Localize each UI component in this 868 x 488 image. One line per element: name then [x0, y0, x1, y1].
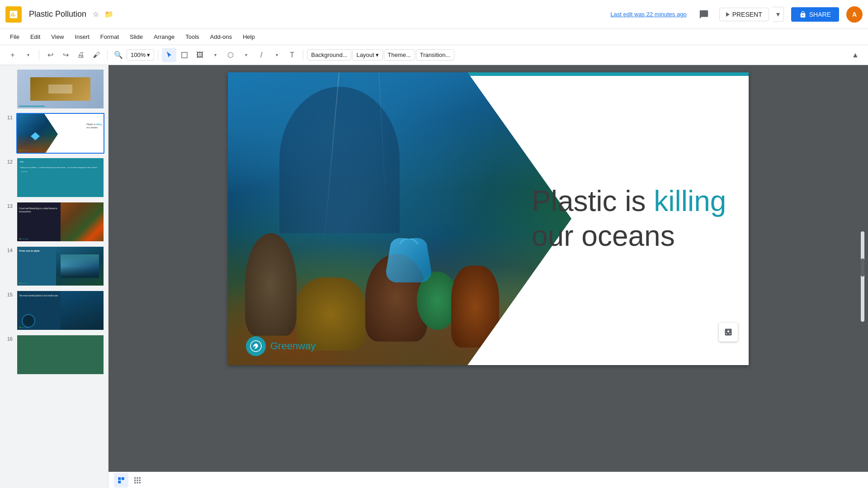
select-tool[interactable] [177, 48, 192, 62]
slide-text-area: Plastic is killing our oceans [532, 184, 731, 253]
zoom-chevron: ▾ [147, 52, 150, 58]
slide-text-part2: our oceans [532, 220, 675, 252]
slide13-text: Coral reef bleaching is a fatal threat t… [19, 207, 61, 213]
present-dropdown[interactable]: ▾ [773, 7, 784, 22]
present-button[interactable]: PRESENT [719, 8, 769, 21]
folder-icon[interactable]: 📁 [104, 10, 113, 19]
slide-text-highlight: killing [654, 185, 726, 217]
add-button[interactable]: + [5, 48, 20, 62]
theme-dropdown[interactable]: Theme... [384, 49, 415, 61]
grid-view-button[interactable] [130, 473, 145, 488]
svg-rect-4 [118, 480, 121, 483]
shape-dropdown[interactable]: ▾ [239, 48, 253, 62]
separator-2 [107, 50, 108, 61]
comment-button[interactable] [696, 6, 712, 23]
slide-item-13[interactable]: 13 Coral reef bleaching is a fatal threa… [4, 202, 104, 242]
zoom-dropdown[interactable]: 100% ▾ [127, 49, 154, 61]
slide-ocean-background [228, 72, 571, 365]
transition-label: Transition... [420, 52, 450, 58]
main-area: 11 Plastic is killingour oceans 🌿 Greenw… [0, 65, 868, 488]
slide-item-15[interactable]: 15 The most harmful plastic is too small… [4, 290, 104, 331]
slide-thumb-16[interactable] [16, 334, 104, 375]
menu-help[interactable]: Help [238, 32, 259, 42]
slide-item-12[interactable]: 12 ❝❝ Today we use plastic – a material … [4, 157, 104, 198]
add-dropdown[interactable]: ▾ [21, 48, 35, 62]
list-view-button[interactable] [114, 473, 128, 488]
menu-tools[interactable]: Tools [181, 32, 203, 42]
svg-rect-9 [137, 479, 138, 481]
share-label: SHARE [809, 11, 831, 18]
shape-tool[interactable]: ⬡ [223, 48, 238, 62]
slide-main-text: Plastic is killing our oceans [532, 184, 731, 253]
undo-button[interactable]: ↩ [43, 48, 57, 62]
transition-dropdown[interactable]: Transition... [416, 49, 454, 61]
menu-edit[interactable]: Edit [26, 32, 45, 42]
redo-button[interactable]: ↪ [58, 48, 73, 62]
slide-canvas[interactable]: Plastic is killing our oceans Greenway [228, 72, 749, 365]
slide-diamond-clip [228, 72, 571, 365]
textbox-tool[interactable]: T [285, 48, 299, 62]
zoom-button[interactable]: 🔍 [111, 48, 126, 62]
menu-file[interactable]: File [5, 32, 24, 42]
slide-item-16[interactable]: 16 [4, 334, 104, 375]
layout-label: Layout [356, 52, 374, 58]
slide-item-11[interactable]: 11 Plastic is killingour oceans 🌿 Greenw… [4, 113, 104, 154]
print-button[interactable]: 🖨 [74, 48, 88, 62]
slide-item-10[interactable] [4, 69, 104, 109]
scroll-bar[interactable] [861, 231, 864, 322]
svg-rect-12 [137, 482, 138, 483]
top-bar: Plastic Pollution ☆ 📁 Last edit was 22 m… [0, 0, 868, 29]
toolbar: + ▾ ↩ ↪ 🖨 🖌 🔍 100% ▾ 🖼 ▾ ⬡ ▾ / ▾ T Backg… [0, 45, 868, 65]
image-tool[interactable]: 🖼 [193, 48, 207, 62]
svg-rect-0 [182, 52, 187, 58]
slide12-quote: ❝❝ [20, 161, 101, 164]
line-dropdown[interactable]: ▾ [269, 48, 284, 62]
menu-slide[interactable]: Slide [125, 32, 147, 42]
slide15-text: The most harmful plastic is too small to… [19, 295, 62, 297]
last-edit-link[interactable]: Last edit was 22 minutes ago [610, 11, 686, 18]
svg-rect-10 [139, 479, 141, 481]
menu-view[interactable]: View [47, 32, 68, 42]
share-button[interactable]: SHARE [791, 7, 839, 22]
doc-title: Plastic Pollution [29, 9, 86, 19]
slide-number-16: 16 [4, 334, 13, 342]
menu-arrange[interactable]: Arrange [149, 32, 179, 42]
layout-dropdown[interactable]: Layout ▾ [352, 49, 382, 61]
svg-rect-8 [134, 479, 136, 481]
slide-thumb-14[interactable]: From sea to plate 🌿 Greenway [16, 246, 104, 286]
slide14-title: From sea to plate [19, 249, 40, 253]
slide-footer: Greenway [246, 336, 316, 356]
menu-addons[interactable]: Add-ons [206, 32, 236, 42]
cursor-tool[interactable] [162, 48, 176, 62]
profile-avatar[interactable]: A [846, 6, 863, 23]
magic-button[interactable] [719, 323, 738, 342]
slide-thumb-13[interactable]: Coral reef bleaching is a fatal threat t… [16, 202, 104, 242]
menu-format[interactable]: Format [96, 32, 123, 42]
theme-label: Theme... [388, 52, 411, 58]
slide-number-13: 13 [4, 202, 13, 209]
plastic-bag [382, 235, 436, 285]
line-tool[interactable]: / [254, 48, 269, 62]
background-dropdown[interactable]: Background... [307, 49, 351, 61]
greenway-text: Greenway [270, 340, 316, 352]
slide-thumb-11[interactable]: Plastic is killingour oceans 🌿 Greenway [16, 113, 104, 154]
slide-thumb-10[interactable] [16, 69, 104, 109]
slide15-circle [22, 314, 35, 328]
slide-item-14[interactable]: 14 From sea to plate 🌿 Greenway [4, 246, 104, 286]
separator-4 [303, 50, 303, 61]
zoom-value: 100% [131, 52, 146, 58]
image-dropdown[interactable]: ▾ [208, 48, 222, 62]
canvas-area[interactable]: Plastic is killing our oceans Greenway [108, 65, 868, 488]
svg-rect-13 [139, 482, 141, 483]
svg-rect-11 [134, 482, 136, 483]
slide-thumb-12[interactable]: ❝❝ Today we use plastic – a material des… [16, 157, 104, 198]
slide-diamond [228, 72, 571, 365]
play-icon [726, 12, 730, 17]
svg-rect-6 [137, 477, 138, 479]
star-icon[interactable]: ☆ [93, 10, 99, 19]
menu-insert[interactable]: Insert [70, 32, 94, 42]
slide-thumb-15[interactable]: The most harmful plastic is too small to… [16, 290, 104, 331]
slide-number-14: 14 [4, 246, 13, 253]
collapse-toolbar-button[interactable]: ▲ [848, 48, 863, 62]
paint-format-button[interactable]: 🖌 [89, 48, 104, 62]
